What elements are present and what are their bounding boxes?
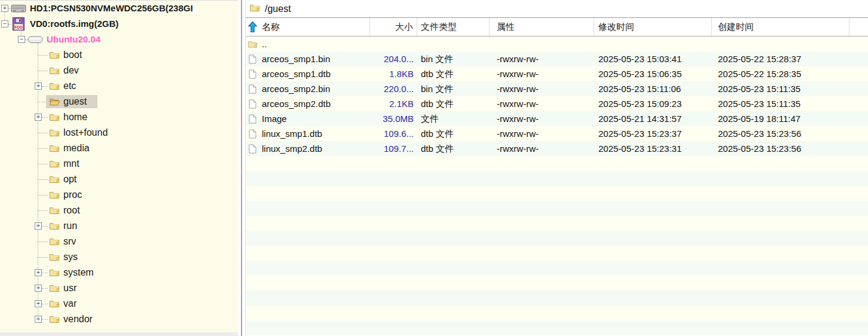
tree-item-srv[interactable]: srv — [0, 234, 238, 249]
expand-plus-icon[interactable]: + — [35, 114, 42, 121]
tree-item-proc[interactable]: proc — [0, 187, 238, 203]
file-created: 2025-05-23 15:11:35 — [712, 81, 849, 96]
expand-plus-icon[interactable]: + — [35, 222, 42, 230]
file-row-linux_smp1.dtb[interactable]: linux_smp1.dtb109.6...dtb 文件-rwxrw-rw-20… — [246, 126, 868, 141]
path-bar: /guest — [246, 0, 868, 18]
tree-item-var[interactable]: +var — [0, 296, 238, 311]
tree-item-sys[interactable]: sys — [0, 249, 238, 265]
file-modified: 2025-05-23 15:03:41 — [594, 51, 712, 66]
tree-item-label: opt — [63, 172, 77, 187]
file-created: 2025-05-23 15:23:56 — [712, 126, 849, 141]
file-icon — [247, 99, 258, 109]
tree-item-root[interactable]: root — [0, 203, 238, 218]
empty-row — [246, 246, 868, 261]
folder-open-icon — [47, 95, 62, 108]
expand-plus-icon[interactable]: + — [35, 285, 42, 292]
expand-plus-icon[interactable]: + — [35, 316, 42, 323]
tree-item-vd0-rootfs-img-2gb[interactable]: −FDDVD0:rootfs.img(2GB) — [0, 16, 238, 32]
expand-plus-icon[interactable]: + — [35, 269, 42, 276]
column-header-1[interactable]: 大小 — [370, 18, 417, 36]
empty-row — [246, 291, 868, 306]
file-attr — [490, 36, 594, 51]
partition-tree: +HD1:PCSN530NVMeWDC256GB(238GI−FDDVD0:ro… — [0, 1, 238, 333]
file-row-parent[interactable]: .. — [246, 36, 868, 51]
file-name: arceos_smp1.bin — [246, 51, 370, 66]
column-header-3[interactable]: 属性 — [490, 18, 594, 36]
folder-icon — [47, 282, 62, 295]
file-type: dtb 文件 — [417, 66, 490, 81]
file-row-arceos_smp2.bin[interactable]: arceos_smp2.bin220.0...bin 文件-rwxrw-rw-2… — [246, 81, 868, 96]
tree-item-run[interactable]: +run — [0, 218, 238, 234]
file-modified — [594, 36, 712, 51]
file-attr: -rwxrw-rw- — [490, 51, 594, 66]
folder-icon — [47, 235, 62, 248]
tree-item-boot[interactable]: boot — [0, 47, 238, 63]
tree-item-system[interactable]: +system — [0, 265, 238, 280]
fdd-icon: FDD — [11, 17, 26, 30]
file-type: dtb 文件 — [417, 96, 490, 111]
file-attr: -rwxrw-rw- — [490, 81, 594, 96]
file-attr: -rwxrw-rw- — [490, 66, 594, 81]
tree-item-etc[interactable]: +etc — [0, 78, 238, 94]
file-attr: -rwxrw-rw- — [490, 111, 594, 126]
tree-item-usr[interactable]: +usr — [0, 280, 238, 296]
column-header-4[interactable]: 修改时间 — [594, 18, 712, 36]
file-modified: 2025-05-23 15:09:23 — [594, 96, 712, 111]
tree-item-dev[interactable]: dev — [0, 63, 238, 78]
empty-row — [246, 216, 868, 231]
tree-item-home[interactable]: +home — [0, 109, 238, 125]
tree-item-label: srv — [63, 234, 76, 249]
file-size: 220.0... — [370, 81, 417, 96]
tree-item-media[interactable]: media — [0, 140, 238, 156]
splitter-bar — [241, 0, 242, 336]
folder-icon — [47, 142, 62, 155]
collapse-minus-icon[interactable]: − — [1, 20, 8, 28]
hdd-icon — [11, 2, 26, 15]
folder-icon — [249, 3, 260, 15]
folder-icon — [47, 64, 62, 77]
file-type: bin 文件 — [417, 51, 490, 66]
expand-plus-icon[interactable]: + — [1, 5, 8, 12]
collapse-minus-icon[interactable]: − — [18, 36, 25, 43]
file-size: 109.7... — [370, 141, 417, 156]
tree-item-guest[interactable]: guest — [0, 94, 238, 109]
file-row-arceos_smp1.bin[interactable]: arceos_smp1.bin204.0...bin 文件-rwxrw-rw-2… — [246, 51, 868, 66]
panel-splitter[interactable] — [238, 0, 245, 336]
file-type: dtb 文件 — [417, 141, 490, 156]
horizontal-scrollbar[interactable] — [0, 332, 238, 336]
file-name-label: arceos_smp2.dtb — [262, 96, 331, 111]
tree-item-ubuntu20-04[interactable]: −Ubuntu20.04 — [0, 32, 238, 47]
tree-item-lost-found[interactable]: lost+found — [0, 125, 238, 140]
folder-icon — [47, 173, 62, 186]
tree-item-opt[interactable]: opt — [0, 172, 238, 187]
tree-item-vendor[interactable]: +vendor — [0, 311, 238, 327]
expand-plus-icon[interactable]: + — [35, 83, 42, 90]
file-row-linux_smp2.dtb[interactable]: linux_smp2.dtb109.7...dtb 文件-rwxrw-rw-20… — [246, 141, 868, 156]
sort-ascending-icon[interactable] — [247, 21, 258, 36]
tree-item-mnt[interactable]: mnt — [0, 156, 238, 172]
file-row-arceos_smp1.dtb[interactable]: arceos_smp1.dtb1.8KBdtb 文件-rwxrw-rw-2025… — [246, 66, 868, 81]
folder-icon — [47, 126, 62, 139]
column-header-0[interactable]: 名称 — [246, 18, 370, 36]
file-name: arceos_smp1.dtb — [246, 66, 370, 81]
folder-icon — [47, 266, 62, 279]
file-size: 204.0... — [370, 51, 417, 66]
empty-row — [246, 186, 868, 201]
file-name-label: arceos_smp1.bin — [262, 51, 330, 66]
empty-row — [246, 320, 868, 335]
empty-row — [246, 231, 868, 246]
column-header-2[interactable]: 文件类型 — [417, 18, 490, 36]
file-row-Image[interactable]: Image35.0MB文件-rwxrw-rw-2025-05-21 14:31:… — [246, 111, 868, 126]
file-rows: ..arceos_smp1.bin204.0...bin 文件-rwxrw-rw… — [246, 36, 868, 336]
column-header-5[interactable]: 创建时间 — [712, 18, 849, 36]
expand-plus-icon[interactable]: + — [35, 300, 42, 307]
folder-pale-icon — [247, 39, 258, 49]
file-row-arceos_smp2.dtb[interactable]: arceos_smp2.dtb2.1KBdtb 文件-rwxrw-rw-2025… — [246, 96, 868, 111]
tree-item-label: Ubuntu20.04 — [47, 32, 100, 47]
file-icon — [247, 129, 258, 139]
tree-item-hd1-pcsn530nvmewdc256gb-238gi[interactable]: +HD1:PCSN530NVMeWDC256GB(238GI — [0, 1, 238, 16]
folder-icon — [47, 80, 62, 93]
tree-item-label: home — [63, 109, 87, 125]
file-modified: 2025-05-23 15:11:06 — [594, 81, 712, 96]
svg-text:FDD: FDD — [14, 25, 23, 29]
